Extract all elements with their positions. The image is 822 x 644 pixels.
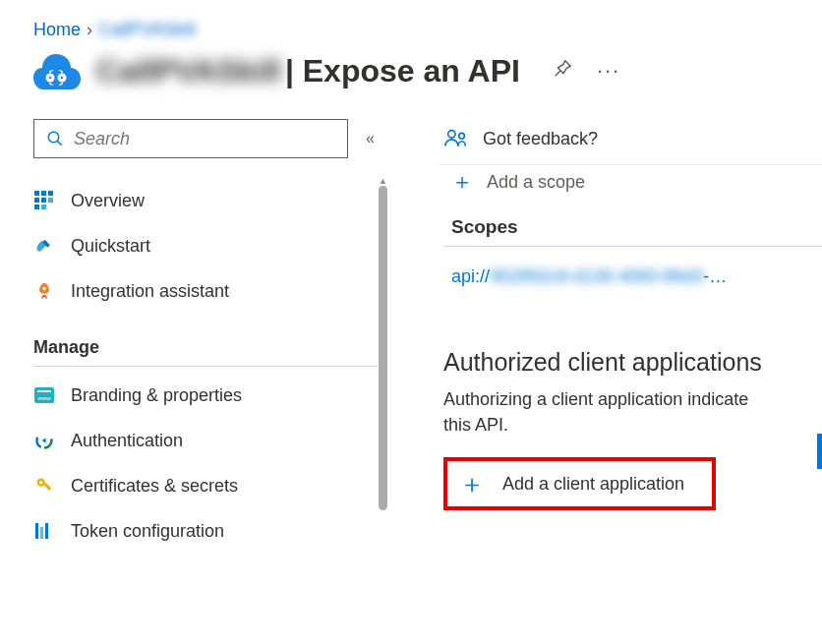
authorized-apps-description: Authorizing a client application indicat… [443, 386, 822, 438]
svg-point-4 [48, 132, 59, 143]
search-icon [46, 130, 64, 147]
feedback-icon [443, 127, 469, 150]
svg-point-27 [459, 133, 465, 139]
app-cloud-icon [33, 50, 81, 91]
svg-rect-13 [41, 205, 46, 209]
sidebar-item-label: Overview [71, 191, 145, 211]
add-client-label: Add a client application [502, 474, 684, 495]
svg-text:www: www [37, 395, 52, 401]
page-title: CallPVASkill | Expose an API [96, 53, 520, 89]
more-icon[interactable]: ··· [597, 58, 620, 84]
key-icon [33, 475, 55, 497]
svg-point-14 [42, 287, 45, 290]
sidebar-item-label: Quickstart [71, 236, 150, 257]
sidebar-item-integration[interactable]: Integration assistant [33, 268, 375, 314]
pin-icon[interactable] [552, 58, 573, 84]
svg-point-21 [39, 481, 42, 484]
sidebar-item-certificates[interactable]: Certificates & secrets [33, 463, 375, 508]
svg-point-3 [61, 77, 64, 80]
breadcrumb-separator: › [87, 20, 92, 40]
svg-line-5 [57, 141, 62, 146]
sidebar-item-quickstart[interactable]: Quickstart [33, 223, 375, 268]
breadcrumb-current[interactable]: CallPVASkill [98, 20, 196, 40]
add-scope-button[interactable]: ＋ Add a scope [443, 165, 822, 197]
breadcrumb: Home › CallPVASkill [0, 0, 822, 44]
svg-rect-11 [48, 198, 53, 203]
page-header: CallPVASkill | Expose an API ··· [0, 44, 822, 95]
sidebar-item-branding[interactable]: www Branding & properties [33, 373, 375, 418]
svg-rect-16 [37, 390, 51, 392]
scope-ellipsis: -… [703, 266, 727, 287]
scopes-heading: Scopes [443, 197, 822, 246]
plus-icon: ＋ [459, 471, 485, 497]
svg-rect-23 [35, 523, 38, 539]
auth-icon [33, 430, 55, 451]
collapse-sidebar-icon[interactable]: « [366, 130, 375, 147]
svg-rect-7 [41, 191, 46, 196]
sidebar-scrollbar[interactable]: ▲ [378, 176, 388, 589]
main-content: Got feedback? ＋ Add a scope Scopes api:/… [388, 119, 822, 510]
svg-rect-12 [34, 205, 39, 209]
plus-icon: ＋ [451, 167, 473, 197]
svg-rect-6 [34, 191, 39, 196]
search-input-wrapper[interactable] [33, 119, 348, 158]
add-client-application-button[interactable]: ＋ Add a client application [443, 457, 716, 510]
breadcrumb-home[interactable]: Home [33, 20, 81, 40]
scrollbar-thumb[interactable] [379, 186, 387, 510]
sidebar-item-label: Authentication [71, 431, 183, 451]
page-title-section: | Expose an API [285, 53, 520, 89]
search-input[interactable] [74, 129, 335, 149]
grid-icon [33, 190, 55, 211]
svg-rect-25 [45, 523, 48, 539]
page-title-app-name: CallPVASkill [96, 53, 281, 89]
authorized-apps-heading: Authorized client applications [443, 305, 822, 386]
svg-rect-22 [43, 483, 51, 491]
add-scope-label: Add a scope [487, 172, 585, 193]
feedback-label: Got feedback? [483, 129, 598, 149]
scope-uri[interactable]: api:// 952892c8-d136-4060-86d3 -… [443, 247, 822, 305]
quickstart-icon [33, 235, 55, 257]
sidebar-section-manage: Manage [33, 314, 378, 367]
sidebar-item-token[interactable]: Token configuration [33, 508, 375, 554]
rocket-icon [33, 280, 55, 302]
sidebar: « Overview Quickstart Integration assis [0, 119, 388, 554]
svg-rect-9 [34, 198, 39, 203]
scope-prefix: api:// [451, 266, 490, 287]
token-icon [33, 520, 55, 542]
svg-point-2 [49, 77, 52, 80]
sidebar-item-authentication[interactable]: Authentication [33, 418, 375, 463]
sidebar-item-label: Token configuration [71, 521, 224, 542]
sidebar-item-label: Certificates & secrets [71, 476, 238, 497]
svg-rect-10 [41, 198, 46, 203]
nav-list: Overview Quickstart Integration assistan… [33, 178, 375, 314]
svg-rect-24 [40, 527, 43, 539]
selection-indicator [817, 434, 822, 469]
sidebar-item-label: Integration assistant [71, 281, 229, 302]
nav-list-manage: www Branding & properties Authentication… [33, 373, 375, 554]
svg-rect-8 [48, 191, 53, 196]
scope-id-blurred: 952892c8-d136-4060-86d3 [490, 266, 703, 287]
svg-point-26 [448, 131, 455, 138]
sidebar-item-label: Branding & properties [71, 385, 242, 406]
branding-icon: www [33, 384, 55, 406]
feedback-link[interactable]: Got feedback? [443, 119, 822, 158]
sidebar-item-overview[interactable]: Overview [33, 178, 375, 223]
